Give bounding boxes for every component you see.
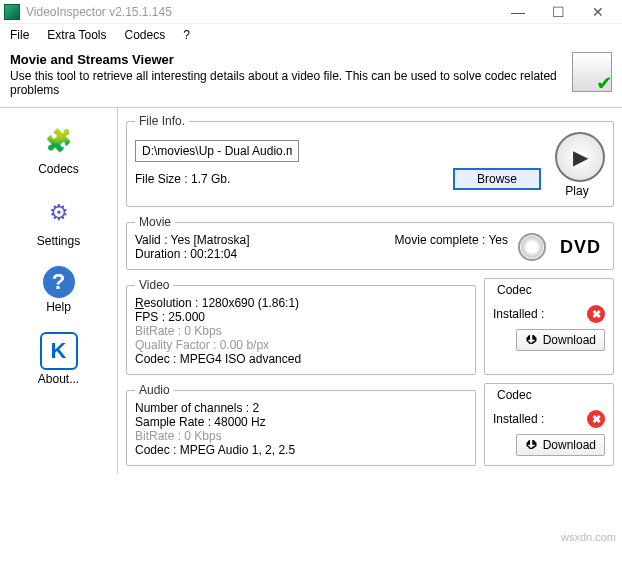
header-icon <box>572 52 612 92</box>
header: Movie and Streams Viewer Use this tool t… <box>0 46 622 108</box>
app-icon <box>4 4 20 20</box>
sidebar-item-codecs[interactable]: 🧩 Codecs <box>19 122 99 176</box>
video-quality: Quality Factor : 0.00 b/px <box>135 338 467 352</box>
main: File Info. File Size : 1.7 Gb. Browse ▶ … <box>118 108 622 474</box>
download-icon: ⮋ <box>525 333 537 347</box>
movie-group: Movie Valid : Yes [Matroska] Duration : … <box>126 215 614 270</box>
download-label: Download <box>543 438 596 452</box>
audio-group: Audio Number of channels : 2 Sample Rate… <box>126 383 476 466</box>
video-codec: Codec : MPEG4 ISO advanced <box>135 352 467 366</box>
close-button[interactable]: ✕ <box>578 4 618 20</box>
header-subtitle: Use this tool to retrieve all interestin… <box>10 69 564 97</box>
video-bitrate: BitRate : 0 Kbps <box>135 324 467 338</box>
codec-legend: Codec <box>493 388 536 402</box>
menu-codecs[interactable]: Codecs <box>124 28 165 42</box>
sidebar-label: Settings <box>37 234 80 248</box>
menu-help[interactable]: ? <box>183 28 190 42</box>
titlebar: VideoInspector v2.15.1.145 — ☐ ✕ <box>0 0 622 24</box>
video-group: Video Resolution : 1280x690 (1.86:1) FPS… <box>126 278 476 375</box>
codec-legend: Codec <box>493 283 536 297</box>
download-label: Download <box>543 333 596 347</box>
play-button[interactable]: ▶ <box>555 132 605 182</box>
audio-legend: Audio <box>135 383 174 397</box>
sidebar-label: About... <box>38 372 79 386</box>
gear-icon: ⚙ <box>40 194 78 232</box>
audio-sample: Sample Rate : 48000 Hz <box>135 415 467 429</box>
disc-icon[interactable] <box>518 233 546 261</box>
movie-complete: Movie complete : Yes <box>395 233 508 247</box>
download-button[interactable]: ⮋ Download <box>516 434 605 456</box>
file-size-label: File Size : 1.7 Gb. <box>135 172 230 186</box>
movie-valid: Valid : Yes [Matroska] <box>135 233 385 247</box>
codec-installed-label: Installed : <box>493 412 544 426</box>
audio-bitrate: BitRate : 0 Kbps <box>135 429 467 443</box>
sidebar-label: Codecs <box>38 162 79 176</box>
movie-duration: Duration : 00:21:04 <box>135 247 385 261</box>
audio-codec-box: Codec Installed : ✖ ⮋ Download <box>484 383 614 466</box>
video-resolution: Resolution : 1280x690 (1.86:1) <box>135 296 467 310</box>
codecs-icon: 🧩 <box>40 122 78 160</box>
video-legend: Video <box>135 278 173 292</box>
codec-installed-label: Installed : <box>493 307 544 321</box>
movie-legend: Movie <box>135 215 175 229</box>
help-icon: ? <box>43 266 75 298</box>
dvd-icon[interactable]: DVD <box>560 237 601 258</box>
sidebar-label: Help <box>46 300 71 314</box>
menu-file[interactable]: File <box>10 28 29 42</box>
about-icon: K <box>40 332 78 370</box>
minimize-button[interactable]: — <box>498 4 538 20</box>
maximize-button[interactable]: ☐ <box>538 4 578 20</box>
video-fps: FPS : 25.000 <box>135 310 467 324</box>
download-icon: ⮋ <box>525 438 537 452</box>
sidebar-item-help[interactable]: ? Help <box>19 266 99 314</box>
fileinfo-legend: File Info. <box>135 114 189 128</box>
play-label: Play <box>565 184 588 198</box>
download-button[interactable]: ⮋ Download <box>516 329 605 351</box>
audio-channels: Number of channels : 2 <box>135 401 467 415</box>
menu-extra-tools[interactable]: Extra Tools <box>47 28 106 42</box>
video-codec-box: Codec Installed : ✖ ⮋ Download <box>484 278 614 375</box>
window-title: VideoInspector v2.15.1.145 <box>26 5 498 19</box>
header-title: Movie and Streams Viewer <box>10 52 564 67</box>
file-path-input[interactable] <box>135 140 299 162</box>
sidebar-item-settings[interactable]: ⚙ Settings <box>19 194 99 248</box>
audio-codec: Codec : MPEG Audio 1, 2, 2.5 <box>135 443 467 457</box>
sidebar: 🧩 Codecs ⚙ Settings ? Help K About... <box>0 108 118 474</box>
browse-button[interactable]: Browse <box>453 168 541 190</box>
menubar: File Extra Tools Codecs ? <box>0 24 622 46</box>
error-icon: ✖ <box>587 410 605 428</box>
fileinfo-group: File Info. File Size : 1.7 Gb. Browse ▶ … <box>126 114 614 207</box>
sidebar-item-about[interactable]: K About... <box>19 332 99 386</box>
error-icon: ✖ <box>587 305 605 323</box>
